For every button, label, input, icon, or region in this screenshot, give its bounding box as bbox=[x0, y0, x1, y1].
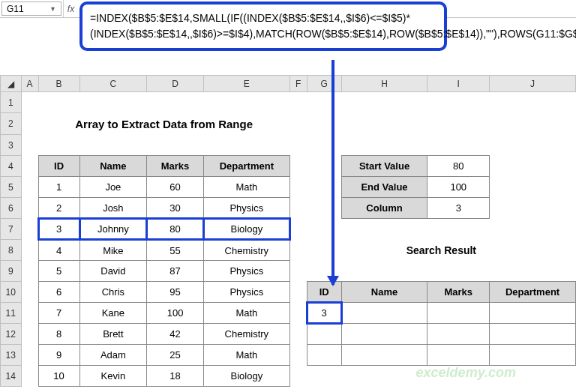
cell[interactable]: 87 bbox=[147, 261, 204, 282]
cell[interactable]: Joe bbox=[80, 177, 147, 198]
row-header[interactable]: 4 bbox=[1, 156, 22, 177]
cell[interactable]: Biology bbox=[203, 366, 290, 387]
fx-icon[interactable]: fx bbox=[63, 0, 78, 17]
spreadsheet-grid[interactable]: ◢ A B C D E F G H I J 1 2 Array to Extra… bbox=[0, 75, 576, 387]
row-header[interactable]: 13 bbox=[1, 345, 22, 366]
cell[interactable]: Physics bbox=[203, 282, 290, 303]
cell[interactable] bbox=[428, 324, 490, 345]
name-box-value: G11 bbox=[7, 4, 24, 14]
formula-bar[interactable]: =INDEX($B$5:$E$14,SMALL(IF((INDEX($B$5:$… bbox=[80, 1, 447, 51]
cell[interactable]: Chris bbox=[80, 282, 147, 303]
cell[interactable] bbox=[307, 345, 341, 366]
cell[interactable] bbox=[428, 303, 490, 324]
cell[interactable]: Kevin bbox=[80, 366, 147, 387]
col-header[interactable]: A bbox=[21, 76, 38, 92]
col-id-header: ID bbox=[38, 156, 80, 177]
cell[interactable] bbox=[490, 303, 576, 324]
cell[interactable]: Kane bbox=[80, 303, 147, 324]
cell[interactable] bbox=[490, 345, 576, 366]
cell[interactable]: 5 bbox=[38, 261, 80, 282]
cell[interactable]: Math bbox=[203, 177, 290, 198]
cell[interactable]: 30 bbox=[147, 198, 204, 219]
row-header[interactable]: 10 bbox=[1, 282, 22, 303]
cell[interactable]: 6 bbox=[38, 282, 80, 303]
row-header[interactable]: 7 bbox=[1, 219, 22, 240]
start-value[interactable]: 80 bbox=[428, 156, 490, 177]
name-box[interactable]: G11 ▼ bbox=[2, 1, 62, 16]
cell[interactable] bbox=[307, 324, 341, 345]
row-header[interactable]: 9 bbox=[1, 261, 22, 282]
cell[interactable]: Physics bbox=[203, 261, 290, 282]
row-header[interactable]: 5 bbox=[1, 177, 22, 198]
select-all[interactable]: ◢ bbox=[1, 76, 22, 92]
arrow-annotation bbox=[332, 60, 334, 285]
col-header[interactable]: D bbox=[147, 76, 204, 92]
cell[interactable]: 18 bbox=[147, 366, 204, 387]
cell[interactable] bbox=[341, 303, 428, 324]
row-header[interactable]: 2 bbox=[1, 113, 22, 135]
row-header[interactable]: 12 bbox=[1, 324, 22, 345]
cell[interactable] bbox=[341, 324, 428, 345]
row-header[interactable]: 14 bbox=[1, 366, 22, 387]
selected-cell-g11[interactable]: 3 bbox=[307, 303, 341, 324]
cell[interactable]: Math bbox=[203, 345, 290, 366]
cell[interactable] bbox=[341, 345, 428, 366]
col-header[interactable]: F bbox=[290, 76, 307, 92]
row-header[interactable]: 3 bbox=[1, 135, 22, 156]
cell[interactable]: 2 bbox=[38, 198, 80, 219]
col-header[interactable]: I bbox=[428, 76, 490, 92]
cell[interactable] bbox=[490, 324, 576, 345]
cell[interactable]: 60 bbox=[147, 177, 204, 198]
cell[interactable]: 9 bbox=[38, 345, 80, 366]
end-value-label: End Value bbox=[341, 177, 428, 198]
start-value-label: Start Value bbox=[341, 156, 428, 177]
row-header[interactable]: 1 bbox=[1, 92, 22, 113]
search-result-title: Search Result bbox=[307, 240, 575, 261]
res-marks-header: Marks bbox=[428, 282, 490, 303]
cell[interactable]: Math bbox=[203, 303, 290, 324]
cell-highlighted[interactable]: Biology bbox=[203, 219, 290, 240]
cell[interactable]: 25 bbox=[147, 345, 204, 366]
cell[interactable]: 1 bbox=[38, 177, 80, 198]
end-value[interactable]: 100 bbox=[428, 177, 490, 198]
cell[interactable]: 10 bbox=[38, 366, 80, 387]
row-header[interactable]: 6 bbox=[1, 198, 22, 219]
col-header[interactable]: H bbox=[341, 76, 428, 92]
cell[interactable]: 95 bbox=[147, 282, 204, 303]
col-header[interactable]: C bbox=[80, 76, 147, 92]
cell[interactable]: 8 bbox=[38, 324, 80, 345]
col-header[interactable]: J bbox=[490, 76, 576, 92]
row-header[interactable]: 8 bbox=[1, 240, 22, 261]
cell[interactable]: Chemistry bbox=[203, 240, 290, 261]
col-dept-header: Department bbox=[203, 156, 290, 177]
row-header[interactable]: 11 bbox=[1, 303, 22, 324]
cell-highlighted[interactable]: Johnny bbox=[80, 219, 147, 240]
cell[interactable]: 7 bbox=[38, 303, 80, 324]
column-value[interactable]: 3 bbox=[428, 198, 490, 219]
col-header[interactable]: B bbox=[38, 76, 80, 92]
table-title: Array to Extract Data from Range bbox=[38, 113, 290, 135]
col-name-header: Name bbox=[80, 156, 147, 177]
cell[interactable]: Josh bbox=[80, 198, 147, 219]
chevron-down-icon[interactable]: ▼ bbox=[50, 5, 56, 13]
cell[interactable]: Adam bbox=[80, 345, 147, 366]
cell[interactable]: 42 bbox=[147, 324, 204, 345]
col-header[interactable]: G bbox=[307, 76, 341, 92]
cell[interactable] bbox=[428, 345, 490, 366]
col-header[interactable]: E bbox=[203, 76, 290, 92]
cell[interactable]: 55 bbox=[147, 240, 204, 261]
cell-highlighted[interactable]: 80 bbox=[147, 219, 204, 240]
cell[interactable]: Chemistry bbox=[203, 324, 290, 345]
cell-highlighted[interactable]: 3 bbox=[38, 219, 80, 240]
cell[interactable]: 4 bbox=[38, 240, 80, 261]
cell[interactable]: 100 bbox=[147, 303, 204, 324]
column-label: Column bbox=[341, 198, 428, 219]
res-dept-header: Department bbox=[490, 282, 576, 303]
cell[interactable]: David bbox=[80, 261, 147, 282]
cell[interactable]: Brett bbox=[80, 324, 147, 345]
col-marks-header: Marks bbox=[147, 156, 204, 177]
cell[interactable]: Mike bbox=[80, 240, 147, 261]
res-name-header: Name bbox=[341, 282, 428, 303]
cell[interactable]: Physics bbox=[203, 198, 290, 219]
